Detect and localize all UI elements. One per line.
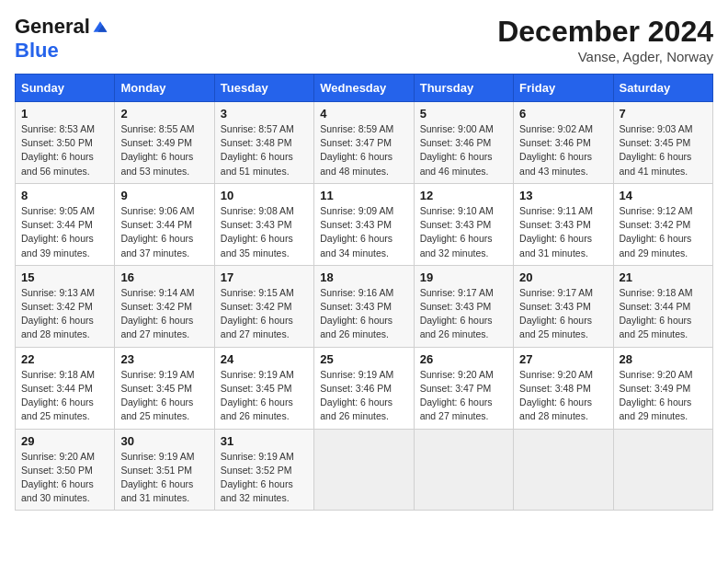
day-info: Sunrise: 9:06 AM Sunset: 3:44 PM Dayligh… [120, 204, 208, 260]
day-number: 5 [420, 107, 507, 121]
calendar-week-row: 29Sunrise: 9:20 AM Sunset: 3:50 PM Dayli… [16, 429, 713, 511]
day-info: Sunrise: 9:16 AM Sunset: 3:43 PM Dayligh… [320, 286, 407, 342]
day-number: 13 [519, 189, 607, 202]
day-number: 4 [320, 107, 407, 121]
calendar-cell: 27Sunrise: 9:20 AM Sunset: 3:48 PM Dayli… [514, 347, 613, 429]
calendar-cell: 11Sunrise: 9:09 AM Sunset: 3:43 PM Dayli… [314, 183, 414, 265]
calendar-cell: 22Sunrise: 9:18 AM Sunset: 3:44 PM Dayli… [16, 347, 115, 429]
weekday-header-tuesday: Tuesday [214, 75, 313, 102]
calendar-week-row: 15Sunrise: 9:13 AM Sunset: 3:42 PM Dayli… [16, 265, 713, 347]
weekday-header-monday: Monday [115, 75, 214, 102]
calendar-cell: 8Sunrise: 9:05 AM Sunset: 3:44 PM Daylig… [16, 183, 115, 265]
calendar-cell: 20Sunrise: 9:17 AM Sunset: 3:43 PM Dayli… [514, 265, 613, 347]
day-number: 24 [221, 352, 308, 366]
day-number: 19 [420, 270, 507, 284]
day-info: Sunrise: 9:10 AM Sunset: 3:43 PM Dayligh… [420, 204, 507, 260]
day-number: 11 [320, 189, 407, 202]
calendar-week-row: 8Sunrise: 9:05 AM Sunset: 3:44 PM Daylig… [16, 183, 713, 265]
calendar-cell: 15Sunrise: 9:13 AM Sunset: 3:42 PM Dayli… [16, 265, 115, 347]
calendar-cell: 12Sunrise: 9:10 AM Sunset: 3:43 PM Dayli… [414, 183, 513, 265]
calendar-cell: 31Sunrise: 9:19 AM Sunset: 3:52 PM Dayli… [214, 429, 313, 511]
month-title: December 2024 [497, 15, 713, 49]
calendar-cell: 21Sunrise: 9:18 AM Sunset: 3:44 PM Dayli… [613, 265, 712, 347]
calendar-cell: 5Sunrise: 9:00 AM Sunset: 3:46 PM Daylig… [414, 102, 513, 184]
page-header: General Blue December 2024 Vanse, Agder,… [15, 15, 713, 64]
calendar-cell: 25Sunrise: 9:19 AM Sunset: 3:46 PM Dayli… [314, 347, 414, 429]
day-number: 26 [420, 352, 507, 366]
day-info: Sunrise: 9:02 AM Sunset: 3:46 PM Dayligh… [519, 122, 607, 178]
title-block: December 2024 Vanse, Agder, Norway [497, 15, 713, 64]
logo: General Blue [15, 15, 108, 63]
calendar-cell: 14Sunrise: 9:12 AM Sunset: 3:42 PM Dayli… [613, 183, 712, 265]
weekday-header-wednesday: Wednesday [314, 75, 414, 102]
calendar-cell: 23Sunrise: 9:19 AM Sunset: 3:45 PM Dayli… [115, 347, 214, 429]
day-info: Sunrise: 8:53 AM Sunset: 3:50 PM Dayligh… [21, 122, 108, 178]
day-info: Sunrise: 9:08 AM Sunset: 3:43 PM Dayligh… [221, 204, 308, 260]
day-info: Sunrise: 9:15 AM Sunset: 3:42 PM Dayligh… [221, 286, 308, 342]
calendar-cell: 16Sunrise: 9:14 AM Sunset: 3:42 PM Dayli… [115, 265, 214, 347]
day-number: 9 [120, 189, 208, 202]
logo-icon [92, 18, 108, 35]
calendar-cell: 30Sunrise: 9:19 AM Sunset: 3:51 PM Dayli… [115, 429, 214, 511]
day-number: 21 [620, 270, 707, 284]
calendar-cell: 6Sunrise: 9:02 AM Sunset: 3:46 PM Daylig… [514, 102, 613, 184]
day-info: Sunrise: 9:20 AM Sunset: 3:50 PM Dayligh… [21, 450, 108, 506]
calendar-cell: 3Sunrise: 8:57 AM Sunset: 3:48 PM Daylig… [214, 102, 313, 184]
day-number: 28 [620, 352, 707, 366]
day-number: 3 [221, 107, 308, 121]
day-number: 10 [221, 189, 308, 202]
day-info: Sunrise: 9:13 AM Sunset: 3:42 PM Dayligh… [21, 286, 108, 342]
day-info: Sunrise: 9:03 AM Sunset: 3:45 PM Dayligh… [620, 122, 707, 178]
calendar-cell [314, 429, 414, 511]
calendar-table: SundayMondayTuesdayWednesdayThursdayFrid… [15, 74, 713, 511]
calendar-cell: 29Sunrise: 9:20 AM Sunset: 3:50 PM Dayli… [16, 429, 115, 511]
calendar-cell [514, 429, 613, 511]
calendar-cell: 17Sunrise: 9:15 AM Sunset: 3:42 PM Dayli… [214, 265, 313, 347]
day-number: 14 [620, 189, 707, 202]
day-number: 23 [120, 352, 208, 366]
day-number: 2 [120, 107, 208, 121]
day-info: Sunrise: 9:20 AM Sunset: 3:48 PM Dayligh… [519, 368, 607, 424]
day-info: Sunrise: 9:18 AM Sunset: 3:44 PM Dayligh… [21, 368, 108, 424]
calendar-week-row: 1Sunrise: 8:53 AM Sunset: 3:50 PM Daylig… [16, 102, 713, 184]
day-info: Sunrise: 9:09 AM Sunset: 3:43 PM Dayligh… [320, 204, 407, 260]
day-number: 1 [21, 107, 108, 121]
calendar-header-row: SundayMondayTuesdayWednesdayThursdayFrid… [16, 75, 713, 102]
calendar-cell: 1Sunrise: 8:53 AM Sunset: 3:50 PM Daylig… [16, 102, 115, 184]
day-info: Sunrise: 9:19 AM Sunset: 3:52 PM Dayligh… [221, 450, 308, 506]
day-info: Sunrise: 8:59 AM Sunset: 3:47 PM Dayligh… [320, 122, 407, 178]
day-info: Sunrise: 9:19 AM Sunset: 3:51 PM Dayligh… [120, 450, 208, 506]
calendar-cell [414, 429, 513, 511]
day-info: Sunrise: 9:19 AM Sunset: 3:46 PM Dayligh… [320, 368, 407, 424]
day-info: Sunrise: 9:11 AM Sunset: 3:43 PM Dayligh… [519, 204, 607, 260]
day-info: Sunrise: 9:00 AM Sunset: 3:46 PM Dayligh… [420, 122, 507, 178]
day-number: 8 [21, 189, 108, 202]
day-number: 7 [620, 107, 707, 121]
location-text: Vanse, Agder, Norway [497, 49, 713, 64]
calendar-week-row: 22Sunrise: 9:18 AM Sunset: 3:44 PM Dayli… [16, 347, 713, 429]
calendar-cell: 19Sunrise: 9:17 AM Sunset: 3:43 PM Dayli… [414, 265, 513, 347]
day-number: 17 [221, 270, 308, 284]
calendar-cell: 10Sunrise: 9:08 AM Sunset: 3:43 PM Dayli… [214, 183, 313, 265]
day-number: 25 [320, 352, 407, 366]
calendar-cell: 26Sunrise: 9:20 AM Sunset: 3:47 PM Dayli… [414, 347, 513, 429]
weekday-header-thursday: Thursday [414, 75, 513, 102]
day-number: 22 [21, 352, 108, 366]
calendar-cell: 13Sunrise: 9:11 AM Sunset: 3:43 PM Dayli… [514, 183, 613, 265]
day-info: Sunrise: 9:20 AM Sunset: 3:49 PM Dayligh… [620, 368, 707, 424]
calendar-cell: 7Sunrise: 9:03 AM Sunset: 3:45 PM Daylig… [613, 102, 712, 184]
day-info: Sunrise: 9:14 AM Sunset: 3:42 PM Dayligh… [120, 286, 208, 342]
day-info: Sunrise: 8:57 AM Sunset: 3:48 PM Dayligh… [221, 122, 308, 178]
day-info: Sunrise: 9:12 AM Sunset: 3:42 PM Dayligh… [620, 204, 707, 260]
calendar-cell: 24Sunrise: 9:19 AM Sunset: 3:45 PM Dayli… [214, 347, 313, 429]
day-number: 18 [320, 270, 407, 284]
day-info: Sunrise: 9:20 AM Sunset: 3:47 PM Dayligh… [420, 368, 507, 424]
day-number: 15 [21, 270, 108, 284]
day-number: 12 [420, 189, 507, 202]
weekday-header-saturday: Saturday [613, 75, 712, 102]
day-number: 16 [120, 270, 208, 284]
calendar-cell: 28Sunrise: 9:20 AM Sunset: 3:49 PM Dayli… [613, 347, 712, 429]
day-number: 6 [519, 107, 607, 121]
calendar-cell: 9Sunrise: 9:06 AM Sunset: 3:44 PM Daylig… [115, 183, 214, 265]
day-info: Sunrise: 9:17 AM Sunset: 3:43 PM Dayligh… [420, 286, 507, 342]
